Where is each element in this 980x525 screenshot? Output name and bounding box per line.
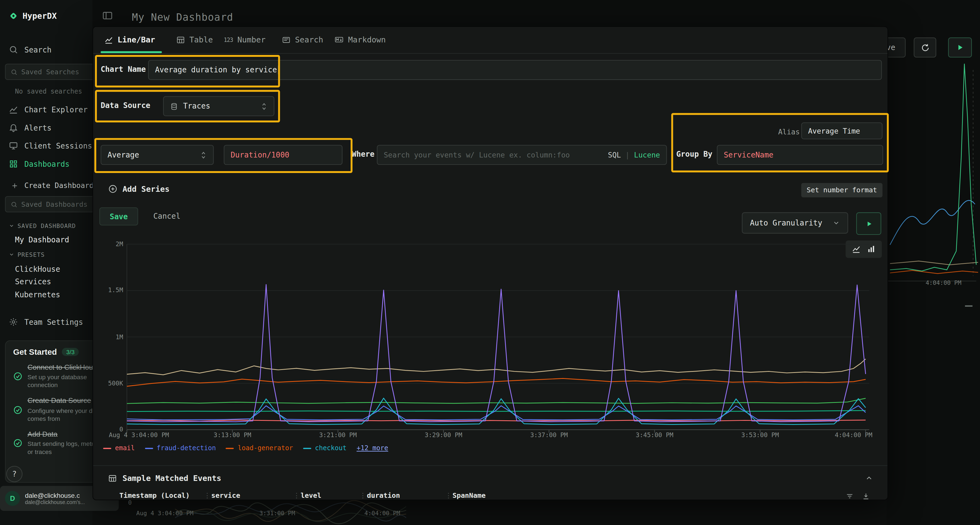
tab-label: Line/Bar: [118, 35, 155, 44]
chevron-down-icon: [9, 252, 14, 257]
markdown-icon: [334, 35, 344, 44]
avatar: D: [5, 491, 20, 506]
refresh-icon: [920, 43, 930, 52]
legend-item[interactable]: email: [103, 444, 135, 452]
y-tick-label: 1.5M: [108, 287, 123, 293]
x-tick-label: 4:04:00 PM: [835, 431, 872, 438]
sidebar-item-my-dashboard[interactable]: My Dashboard: [15, 236, 69, 244]
tab-number[interactable]: 123 Number: [224, 35, 266, 44]
refresh-button[interactable]: [914, 38, 937, 57]
chevron-down-icon: [9, 223, 14, 229]
dashboards-grid-icon: [9, 159, 18, 168]
chart-editor-modal: Line/Bar Table 123 Number Search: [92, 26, 888, 500]
main-chart[interactable]: [126, 239, 869, 436]
where-label: Where: [352, 150, 375, 159]
tab-label: Number: [237, 35, 266, 44]
background-x-label: 3:31:00 PM: [259, 509, 295, 516]
sample-matched-events-header[interactable]: Sample Matched Events: [108, 473, 221, 482]
chart-legend: emailfraud-detectionload-generatorchecko…: [103, 444, 388, 452]
add-series-label: Add Series: [123, 184, 170, 194]
collapse-chevron-icon[interactable]: [865, 474, 873, 482]
saved-dashboards-placeholder: Saved Dashboards: [21, 200, 88, 208]
divider: [93, 465, 888, 466]
x-tick-label: 3:29:00 PM: [425, 431, 462, 438]
where-search-input[interactable]: Search your events w/ Lucene ex. column:…: [377, 145, 667, 165]
column-separator: [360, 492, 366, 500]
legend-item[interactable]: fraud-detection: [145, 444, 216, 452]
sidebar-item-clickhouse[interactable]: ClickHouse: [15, 265, 60, 273]
x-tick-label: 3:21:00 PM: [319, 431, 356, 438]
background-chart: [888, 57, 980, 288]
section-saved-dashboards[interactable]: SAVED DASHBOARD: [9, 222, 76, 229]
data-source-value: Traces: [183, 102, 210, 111]
background-x-label: 4:04:00 PM: [364, 509, 400, 516]
chart-run-button[interactable]: [856, 213, 881, 235]
sidebar-item-client-sessions[interactable]: Client Sessions: [9, 141, 92, 151]
sidebar-item-search[interactable]: Search: [9, 45, 51, 54]
column-header-service[interactable]: service: [211, 492, 240, 500]
active-tab-indicator: [101, 51, 162, 53]
cancel-button[interactable]: Cancel: [147, 207, 187, 224]
group-by-input[interactable]: ServiceName: [717, 145, 883, 165]
add-series-button[interactable]: Add Series: [108, 184, 170, 194]
monitor-icon: [9, 141, 18, 151]
create-dashboard-button[interactable]: Create Dashboard: [11, 181, 94, 190]
column-header-timestamp[interactable]: Timestamp (Local): [119, 492, 190, 500]
column-header-spanname[interactable]: SpanName: [452, 492, 486, 500]
toggle-divider: |: [625, 151, 630, 159]
sidebar-collapse-icon[interactable]: [102, 10, 113, 21]
chart-name-input[interactable]: Average duration by service: [148, 60, 882, 80]
set-number-format-button[interactable]: Set number format: [801, 183, 882, 197]
gear-icon: [9, 317, 18, 327]
alias-input[interactable]: Average Time: [801, 122, 882, 139]
search-icon: [282, 35, 290, 44]
aggregation-select[interactable]: Average: [101, 145, 214, 165]
sidebar-item-kubernetes[interactable]: Kubernetes: [15, 290, 60, 299]
chart-y-axis-labels: 0500K1M1.5M2M: [97, 239, 123, 436]
background-x-label: Aug 4 3:04:00 PM: [136, 509, 194, 516]
y-tick-label: 2M: [116, 241, 123, 247]
tab-line-bar[interactable]: Line/Bar: [104, 35, 155, 44]
tab-markdown[interactable]: Markdown: [334, 35, 386, 44]
lucene-toggle-option[interactable]: Lucene: [634, 151, 660, 159]
sidebar-item-dashboards[interactable]: Dashboards: [9, 159, 69, 168]
granularity-select[interactable]: Auto Granularity: [742, 213, 848, 234]
data-source-select[interactable]: Traces: [163, 96, 274, 116]
saved-searches-placeholder: Saved Searches: [21, 68, 79, 76]
tab-search[interactable]: Search: [282, 35, 323, 44]
legend-item[interactable]: checkout: [303, 444, 347, 452]
y-tick-label: 1M: [116, 333, 123, 340]
no-saved-searches-text: No saved searches: [15, 87, 82, 95]
group-by-value: ServiceName: [724, 151, 773, 159]
sidebar-item-services[interactable]: Services: [15, 277, 51, 286]
sidebar-item-alerts[interactable]: Alerts: [9, 123, 51, 132]
play-icon: [865, 220, 872, 227]
column-separator: [204, 492, 210, 500]
legend-dash: [103, 448, 111, 449]
x-tick-label: 3:53:00 PM: [741, 431, 779, 438]
field-input[interactable]: Duration/1000: [224, 145, 342, 165]
chart-explorer-icon: [9, 105, 18, 114]
legend-item[interactable]: load-generator: [226, 444, 293, 452]
legend-dash: [303, 448, 311, 449]
sql-toggle-option[interactable]: SQL: [608, 151, 621, 159]
legend-more-link[interactable]: +12 more: [356, 444, 388, 452]
section-label: SAVED DASHBOARD: [18, 222, 76, 229]
section-presets[interactable]: PRESETS: [9, 251, 45, 258]
download-icon[interactable]: [862, 492, 870, 500]
save-button[interactable]: Save: [99, 207, 138, 225]
sidebar-item-label: Search: [24, 45, 52, 54]
sort-icon[interactable]: [846, 492, 854, 500]
run-query-button[interactable]: [948, 38, 972, 57]
search-icon: [9, 45, 18, 54]
logo[interactable]: HyperDX: [9, 11, 57, 21]
column-header-level[interactable]: level: [301, 492, 321, 500]
tab-table[interactable]: Table: [176, 35, 213, 44]
column-separator: [293, 492, 300, 500]
column-header-duration[interactable]: duration: [367, 492, 400, 500]
sidebar-item-team-settings[interactable]: Team Settings: [9, 317, 83, 327]
data-source-label: Data Source: [101, 101, 150, 110]
sidebar-item-chart-explorer[interactable]: Chart Explorer: [9, 105, 88, 114]
help-button[interactable]: ?: [6, 466, 22, 482]
chevron-down-icon: [832, 219, 840, 227]
